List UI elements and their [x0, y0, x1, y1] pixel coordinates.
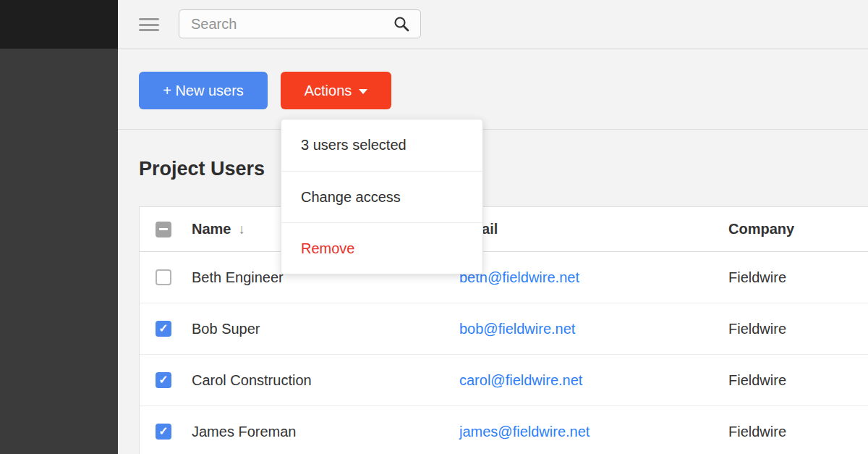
menu-item-remove[interactable]: Remove [281, 222, 482, 274]
row-checkbox[interactable] [156, 424, 171, 440]
project-users-table: Name ↓ Email Company Beth Engineer beth@… [139, 206, 868, 454]
user-email-link[interactable]: carol@fieldwire.net [459, 372, 582, 388]
menu-item-change-access[interactable]: Change access [281, 171, 482, 222]
user-name: Carol Construction [192, 372, 312, 389]
user-company: Fieldwire [728, 372, 786, 388]
table-row: Carol Construction carol@fieldwire.net F… [140, 355, 868, 406]
table-row: Beth Engineer beth@fieldwire.net Fieldwi… [140, 252, 868, 303]
select-all-checkbox[interactable] [156, 222, 171, 237]
user-company: Fieldwire [728, 321, 786, 337]
new-users-button[interactable]: + New users [139, 72, 268, 109]
sidebar-header [0, 0, 118, 49]
actions-button-label: Actions [305, 83, 352, 99]
page-title: Project Users [139, 158, 265, 180]
user-name: James Foreman [192, 424, 297, 440]
selected-count-label: 3 users selected [281, 119, 482, 171]
column-header-company[interactable]: Company [728, 221, 794, 237]
row-checkbox[interactable] [156, 321, 171, 337]
table-row: Bob Super bob@fieldwire.net Fieldwire [140, 303, 868, 355]
user-company: Fieldwire [728, 269, 786, 285]
topbar [118, 0, 868, 49]
actions-button[interactable]: Actions [281, 72, 391, 109]
sidebar [0, 0, 118, 454]
search-icon[interactable] [393, 16, 409, 32]
chevron-down-icon [359, 89, 367, 94]
user-name: Beth Engineer [192, 269, 284, 286]
row-checkbox[interactable] [156, 269, 171, 285]
table-header-row: Name ↓ Email Company [140, 207, 868, 252]
search-box [179, 9, 421, 38]
table-row: James Foreman james@fieldwire.net Fieldw… [140, 406, 868, 454]
user-name: Bob Super [192, 321, 260, 337]
actions-dropdown-menu: 3 users selected Change access Remove [281, 119, 483, 274]
user-email-link[interactable]: james@fieldwire.net [459, 424, 590, 440]
hamburger-menu-icon[interactable] [139, 18, 159, 31]
section-divider [118, 129, 868, 130]
row-checkbox[interactable] [156, 372, 171, 388]
sort-descending-icon[interactable]: ↓ [238, 222, 245, 237]
user-email-link[interactable]: bob@fieldwire.net [459, 321, 575, 337]
user-company: Fieldwire [728, 424, 786, 440]
search-input[interactable] [179, 9, 421, 38]
column-header-name[interactable]: Name [192, 221, 231, 237]
